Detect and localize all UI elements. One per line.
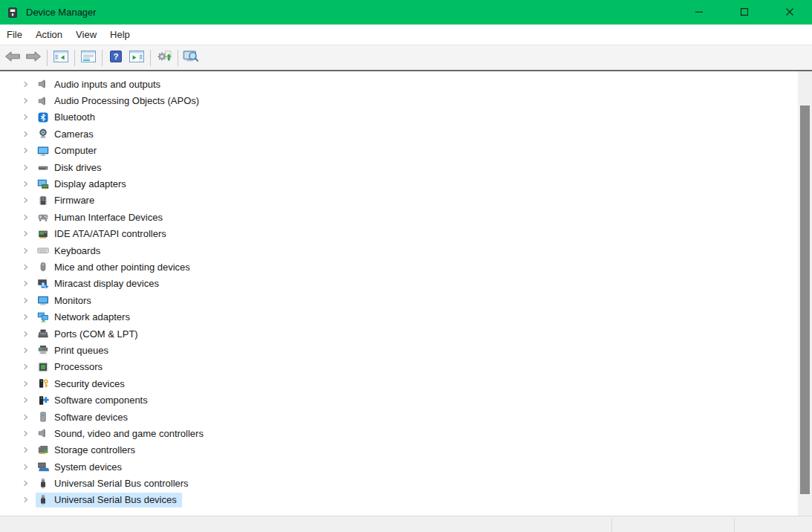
chevron-right-icon[interactable] (22, 380, 36, 387)
chevron-right-icon[interactable] (22, 347, 36, 354)
tree-item-content[interactable]: Ports (COM & LPT) (36, 326, 143, 341)
tree-item-content[interactable]: Network adapters (36, 310, 135, 325)
tree-item[interactable]: Computer (0, 143, 798, 159)
menu-item-view[interactable]: View (69, 25, 103, 45)
chevron-right-icon[interactable] (22, 397, 36, 403)
tree-item-content[interactable]: Processors (36, 360, 108, 374)
tree-item-content[interactable]: Bluetooth (36, 110, 100, 125)
tree-item[interactable]: Audio Processing Objects (APOs) (0, 92, 798, 108)
titlebar: Device Manager (0, 0, 812, 25)
chevron-right-icon[interactable] (22, 164, 36, 171)
tree-item[interactable]: Monitors (0, 292, 798, 308)
chevron-right-icon[interactable] (22, 331, 36, 337)
tree-item[interactable]: Audio inputs and outputs (0, 76, 798, 92)
scrollbar-thumb[interactable] (800, 106, 810, 494)
tree-item[interactable]: Storage controllers (0, 442, 798, 458)
chevron-right-icon[interactable] (22, 247, 36, 254)
tree-item[interactable]: Human Interface Devices (0, 209, 798, 225)
tree-item-content[interactable]: Disk drives (36, 160, 107, 175)
chevron-right-icon[interactable] (22, 464, 36, 470)
tree-item[interactable]: Disk drives (0, 159, 798, 175)
help-button[interactable]: ? (105, 48, 126, 68)
tree-item[interactable]: Processors (0, 359, 798, 375)
tree-item-content[interactable]: Firmware (36, 193, 100, 208)
tree-item-content[interactable]: System devices (36, 459, 127, 474)
chevron-right-icon[interactable] (22, 97, 36, 104)
tree-item-content[interactable]: Human Interface Devices (36, 210, 168, 224)
tree-item[interactable]: Keyboards (0, 242, 798, 259)
menu-item-help[interactable]: Help (103, 25, 137, 45)
tree-item-content[interactable]: Miracast display devices (36, 276, 164, 291)
chevron-right-icon[interactable] (22, 264, 36, 270)
tree-item[interactable]: Security devices (0, 375, 798, 392)
chevron-right-icon[interactable] (22, 114, 36, 120)
scan-hardware-changes-button[interactable] (181, 48, 202, 68)
chevron-right-icon[interactable] (22, 197, 36, 204)
console-tree-toggle-button[interactable] (51, 48, 71, 68)
tree-item-content[interactable]: Monitors (36, 293, 97, 308)
chevron-right-icon[interactable] (22, 147, 36, 154)
tree-item[interactable]: Sound, video and game controllers (0, 425, 798, 441)
chevron-right-icon[interactable] (22, 280, 36, 287)
menu-item-file[interactable]: File (0, 25, 29, 45)
vertical-scrollbar[interactable] (798, 71, 812, 516)
tree-item[interactable]: Firmware (0, 192, 798, 209)
tree-item-label: Audio Processing Objects (APOs) (54, 95, 199, 106)
tree-item-content[interactable]: Software components (36, 393, 153, 408)
chevron-right-icon[interactable] (22, 447, 36, 453)
properties-button[interactable] (78, 48, 99, 68)
tree-item-label: Monitors (54, 295, 91, 306)
toolbar-separator (178, 50, 178, 66)
chevron-right-icon[interactable] (22, 480, 36, 487)
chevron-right-icon[interactable] (22, 81, 36, 88)
tree-item[interactable]: Print queues (0, 342, 798, 358)
tree-item[interactable]: Mice and other pointing devices (0, 259, 798, 275)
tree-item[interactable]: Universal Serial Bus devices (0, 492, 798, 508)
minimize-button[interactable] (676, 0, 721, 25)
update-driver-button[interactable] (154, 48, 175, 68)
chevron-right-icon[interactable] (22, 430, 36, 437)
tree-item-content[interactable]: Display adapters (36, 177, 131, 192)
tree-item-content[interactable]: Security devices (36, 376, 130, 391)
chevron-right-icon[interactable] (22, 181, 36, 187)
tree-item-content[interactable]: Computer (36, 143, 102, 158)
tree-item[interactable]: Network adapters (0, 308, 798, 325)
chevron-right-icon[interactable] (22, 131, 36, 137)
tree-item-content[interactable]: Print queues (36, 343, 114, 357)
chevron-right-icon[interactable] (22, 214, 36, 221)
tree-item-content[interactable]: Software devices (36, 409, 133, 424)
back-arrow-button[interactable] (2, 48, 23, 68)
chevron-right-icon[interactable] (22, 230, 36, 237)
action-pane-toggle-button[interactable] (126, 48, 147, 68)
close-button[interactable] (767, 0, 812, 25)
tree-item-content[interactable]: Sound, video and game controllers (36, 426, 209, 441)
chevron-right-icon[interactable] (22, 414, 36, 421)
tree-item-content[interactable]: Cameras (36, 126, 99, 141)
tree-item[interactable]: Ports (COM & LPT) (0, 325, 798, 342)
chevron-right-icon[interactable] (22, 363, 36, 370)
tree-item[interactable]: Bluetooth (0, 109, 798, 126)
tree-item[interactable]: System devices (0, 458, 798, 475)
device-manager-window: Device Manager FileActionViewHelp ? Audi… (0, 0, 812, 532)
tree-item[interactable]: Miracast display devices (0, 276, 798, 292)
chevron-right-icon[interactable] (22, 496, 36, 503)
forward-arrow-button[interactable] (23, 48, 44, 68)
tree-item-content[interactable]: Universal Serial Bus devices (36, 493, 182, 507)
tree-item[interactable]: Cameras (0, 126, 798, 142)
chevron-right-icon[interactable] (22, 314, 36, 320)
tree-item[interactable]: Software components (0, 392, 798, 408)
menu-item-action[interactable]: Action (29, 25, 69, 45)
tree-item-content[interactable]: Keyboards (36, 243, 105, 258)
tree-item-content[interactable]: IDE ATA/ATAPI controllers (36, 227, 172, 241)
chevron-right-icon[interactable] (22, 297, 36, 304)
tree-item-content[interactable]: Storage controllers (36, 443, 140, 458)
tree-item-content[interactable]: Mice and other pointing devices (36, 259, 195, 274)
tree-item[interactable]: Display adapters (0, 175, 798, 192)
tree-item[interactable]: Software devices (0, 409, 798, 425)
maximize-button[interactable] (721, 0, 767, 25)
tree-item[interactable]: Universal Serial Bus controllers (0, 475, 798, 491)
tree-item-content[interactable]: Audio Processing Objects (APOs) (36, 94, 204, 108)
tree-item-content[interactable]: Audio inputs and outputs (36, 77, 166, 91)
tree-item[interactable]: IDE ATA/ATAPI controllers (0, 226, 798, 242)
tree-item-content[interactable]: Universal Serial Bus controllers (36, 476, 194, 491)
